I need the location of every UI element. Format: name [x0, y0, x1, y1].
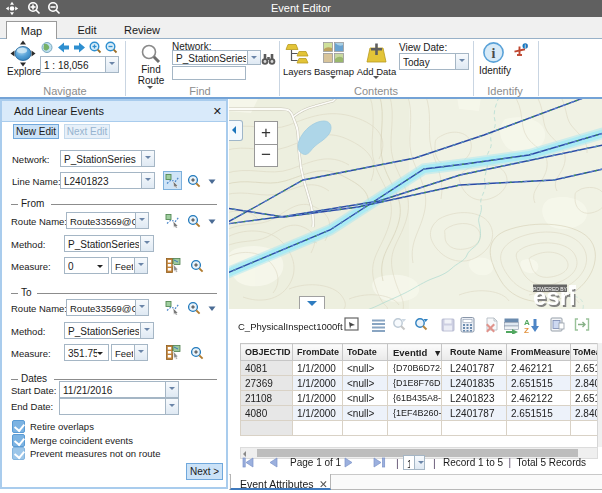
svg-text:i: i — [492, 46, 496, 61]
svg-text:esri: esri — [533, 283, 576, 309]
svg-text:Z: Z — [524, 326, 529, 335]
svg-text:i: i — [525, 44, 526, 49]
svg-text:Page 1 of 1: Page 1 of 1 — [290, 457, 342, 468]
